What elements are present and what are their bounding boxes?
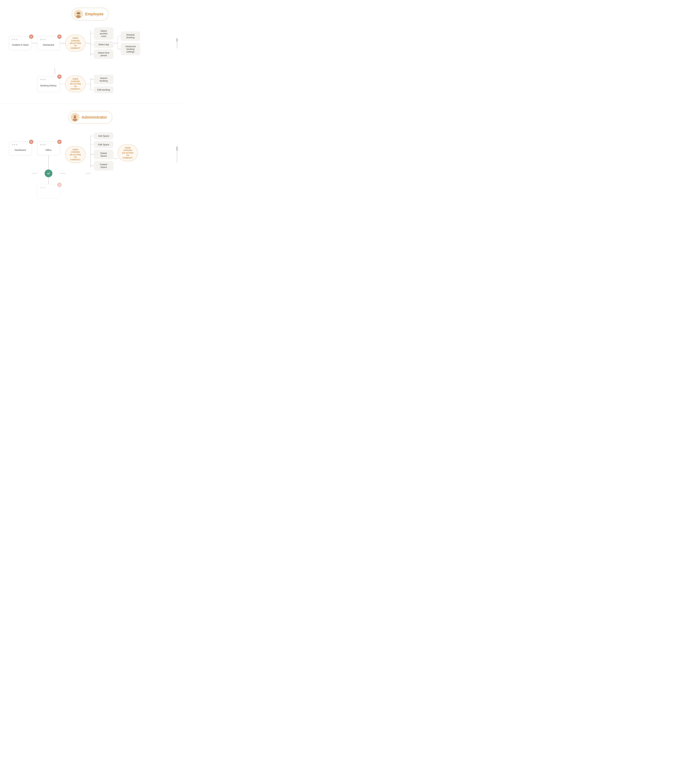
line-opt1 (90, 33, 94, 34)
node03-dots (40, 187, 57, 188)
option-box-add-space: Add Space (94, 132, 113, 139)
line-office-action (60, 173, 65, 174)
option-box-publish-space: Publish Space (94, 161, 113, 171)
line-dashboard-action1 (60, 43, 65, 44)
dot7 (40, 79, 41, 80)
office-label: Office (40, 147, 57, 153)
employee-action-pill-2: USER CHOOSE AN ACTION TO CONDUCT (65, 76, 86, 92)
aopt-row-1: Add Space (90, 132, 113, 139)
v-line-check-node3 (48, 177, 49, 184)
sub-action-row-2: Advanced booking settings (118, 43, 140, 55)
admin-action-pill-2: USER CHOOSE AN ACTION TO CONDUCT (118, 145, 138, 161)
option-box-search-booking: Search booking (94, 75, 113, 84)
line-options-sub (114, 43, 118, 44)
admin-dashboard-badge: 01 (29, 140, 33, 144)
aopt-row-3: Delete Space (90, 150, 113, 159)
bopt-row-1: Search booking (90, 75, 113, 84)
vertical-branch-line-4 (90, 136, 91, 167)
line-aopt1 (90, 136, 94, 136)
vertical-branch-line-2 (118, 37, 118, 50)
admin-section: Administrator Dashboard 01 (0, 104, 181, 205)
line-opt2 (90, 44, 94, 45)
office-dots (40, 144, 57, 145)
booking-options-col: Search booking Edit booking (90, 75, 113, 93)
dashboard-emp-badge: 02 (57, 34, 62, 39)
admin-dashboard-label: Dashboard (12, 147, 29, 153)
option-box-another-room: Select another room (94, 28, 113, 40)
office-badge: 02 (57, 140, 62, 144)
line-aopt4 (90, 166, 94, 166)
line-sub2 (118, 49, 121, 49)
admin-options-col: Add Space Edit Space Delete Space Publis… (90, 132, 113, 171)
option-box-edit-booking: Edit booking (94, 86, 113, 93)
dot5 (42, 39, 44, 40)
vertical-branch-line-3 (90, 78, 91, 90)
scroll-thumb-1 (176, 38, 178, 42)
dot16 (40, 187, 41, 188)
option-box-advanced: Advanced booking settings (121, 43, 140, 55)
vertical-connector-section (5, 68, 175, 75)
booking-history-card: Booking History 03 (37, 76, 60, 92)
line-sub1 (118, 36, 121, 36)
aopt-row-4: Publish Space (90, 161, 113, 171)
chatbot-badge: 01 (29, 34, 33, 39)
employee-action-pill-1: USER CHOOSE AN ACTION TO CONDUCT (65, 35, 86, 51)
booking-history-dots (40, 79, 57, 80)
dot4 (40, 39, 41, 40)
employee-persona-name: Employee (85, 12, 103, 16)
office-col: Office 02 (37, 131, 60, 198)
sub-action-col: Shedule booking Advanced booking setting… (118, 31, 140, 55)
employee-persona-pill: Employee (72, 8, 109, 20)
dot11 (14, 144, 16, 145)
dot3 (16, 39, 17, 40)
admin-persona-pill: Administrator (68, 111, 112, 124)
option-row-2: Select day (90, 41, 113, 48)
check-circle (45, 170, 52, 177)
admin-avatar (70, 113, 80, 122)
chatbot-card: Chatbot in Slack 01 (9, 36, 32, 50)
option-row-3: Select time period (90, 49, 113, 59)
svg-point-2 (76, 15, 81, 18)
option-box-schedule: Shedule booking (121, 31, 140, 41)
vertical-branch-line-1 (90, 31, 91, 56)
admin-persona-name: Administrator (82, 115, 107, 120)
booking-options-branch: Search booking Edit booking (90, 75, 113, 93)
line-action2-branch (86, 84, 90, 84)
v-line-dashboard-booking (55, 68, 55, 75)
office-card: Office 02 (37, 141, 60, 156)
admin-dashboard-card: Dashboard 01 (9, 141, 32, 156)
dashboard-emp-card: Dashboard 02 (37, 36, 60, 50)
dot2 (14, 39, 16, 40)
node03-badge: 03 (57, 183, 62, 187)
dashboard-emp-dots (40, 39, 57, 40)
employee-options-col: Select another room Select day Select ti… (90, 28, 113, 59)
line-options-action2 (113, 159, 118, 159)
chatbot-card-dots (12, 39, 29, 40)
employee-section: Employee Chatbot in Slack 01 (0, 3, 181, 104)
admin-persona-row: Administrator (5, 111, 175, 124)
employee-avatar (74, 9, 83, 19)
dot1 (12, 39, 13, 40)
node03-card: 03 (37, 184, 60, 198)
svg-point-11 (73, 118, 77, 121)
admin-options-branch: Add Space Edit Space Delete Space Publis… (90, 132, 138, 171)
dot9 (44, 79, 46, 80)
dot15 (44, 144, 46, 145)
sub-action-row-1: Shedule booking (118, 31, 140, 41)
dot6 (44, 39, 46, 40)
dot8 (42, 79, 44, 80)
v-line-office-check (48, 156, 49, 170)
option-box-delete-space: Delete Space (94, 150, 113, 159)
line-action1-branch (86, 43, 90, 44)
aopt-row-2: Edit Space (90, 141, 113, 148)
booking-history-badge: 03 (57, 75, 62, 79)
line-chatbot-dashboard (32, 43, 37, 44)
line-aopt2 (90, 145, 94, 145)
dot17 (42, 187, 44, 188)
chatbot-label: Chatbot in Slack (12, 42, 29, 48)
admin-action-pill-1: USER CHOOSE AN ACTION TO CONDUCT (65, 146, 86, 163)
admin-dashboard-dots (12, 144, 29, 145)
dot12 (16, 144, 17, 145)
dot18 (44, 187, 46, 188)
option-box-select-day: Select day (94, 41, 113, 48)
